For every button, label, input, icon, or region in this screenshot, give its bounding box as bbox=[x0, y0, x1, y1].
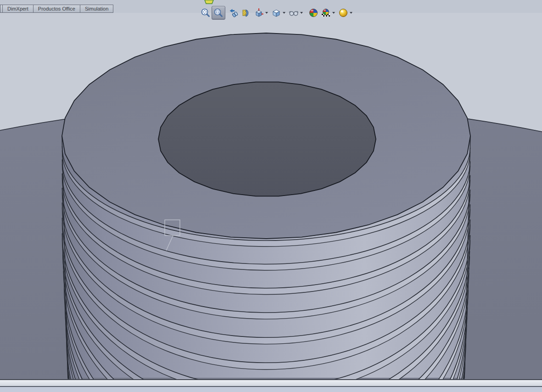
zoom-to-fit-button[interactable] bbox=[199, 6, 212, 20]
heads-up-view-toolbar bbox=[199, 6, 354, 20]
view-orientation-icon bbox=[254, 8, 264, 18]
command-manager-tabstrip: DimXpert Productos Office Simulation bbox=[0, 5, 113, 13]
zoom-to-area-icon bbox=[213, 8, 224, 18]
hide-show-items-icon bbox=[288, 8, 299, 18]
view-orientation-dropdown[interactable] bbox=[265, 12, 268, 14]
view-orientation-button[interactable] bbox=[252, 6, 265, 20]
section-view-icon bbox=[241, 8, 251, 18]
display-style-icon bbox=[271, 8, 281, 18]
display-style-dropdown[interactable] bbox=[283, 12, 285, 14]
apply-scene-icon bbox=[320, 8, 331, 18]
status-bar bbox=[0, 387, 542, 392]
display-style-button[interactable] bbox=[270, 6, 282, 20]
bore-hole bbox=[158, 82, 376, 196]
view-settings-button[interactable] bbox=[337, 6, 349, 20]
previous-view-icon bbox=[229, 8, 239, 18]
threaded-boss bbox=[62, 33, 470, 392]
edit-appearance-button[interactable] bbox=[307, 6, 319, 20]
tab-dimxpert[interactable]: DimXpert bbox=[2, 5, 34, 13]
view-settings-icon bbox=[338, 8, 348, 18]
edit-appearance-icon bbox=[308, 8, 318, 18]
hide-show-items-button[interactable] bbox=[287, 6, 300, 20]
tab-simulation[interactable]: Simulation bbox=[80, 5, 113, 13]
zoom-to-area-button[interactable] bbox=[212, 6, 225, 20]
section-view-button[interactable] bbox=[240, 6, 252, 20]
zoom-to-fit-icon bbox=[201, 8, 211, 18]
tab-productos-office[interactable]: Productos Office bbox=[33, 5, 80, 13]
apply-scene-dropdown[interactable] bbox=[332, 12, 335, 14]
hide-show-items-dropdown[interactable] bbox=[300, 12, 303, 14]
horizontal-scrollbar-track[interactable] bbox=[0, 380, 542, 386]
view-settings-dropdown[interactable] bbox=[350, 12, 352, 14]
apply-scene-button[interactable] bbox=[319, 6, 332, 20]
viewport-3d[interactable] bbox=[0, 0, 542, 392]
bottom-bars bbox=[0, 379, 542, 392]
previous-view-button[interactable] bbox=[228, 6, 240, 20]
partial-toolbar-icon bbox=[203, 0, 215, 4]
